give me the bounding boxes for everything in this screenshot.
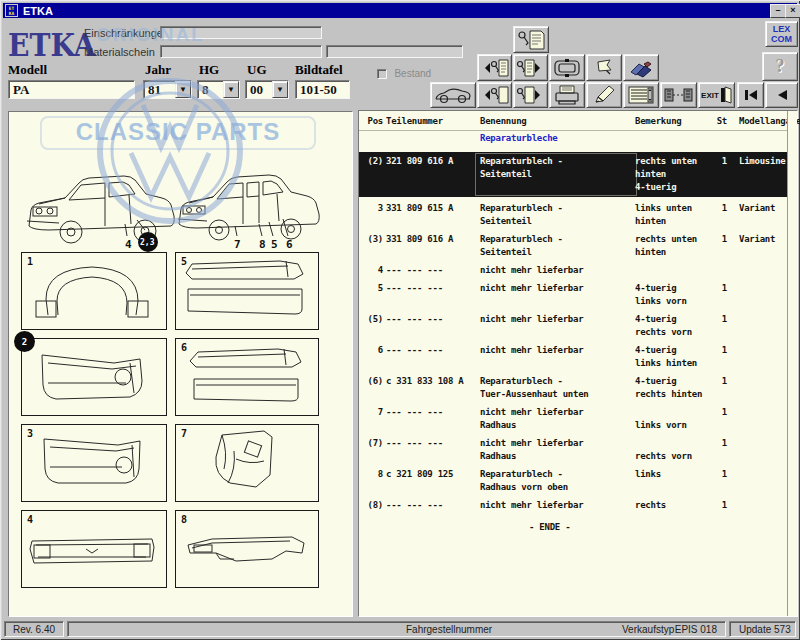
cell-ben: Reparaturblech - Seitenteil xyxy=(480,155,563,181)
cell-st: 1 xyxy=(711,233,727,246)
jahr-combobox[interactable]: 81 ▼ xyxy=(143,80,192,99)
car-drawing-left[interactable]: 4 2,3 xyxy=(19,164,184,254)
part-thumbnail-5[interactable]: 5 xyxy=(175,252,319,330)
table-row[interactable]: (7)--- --- ---nicht mehr lieferbar Radha… xyxy=(359,437,787,463)
einschraenkungen-label: Einschränkungen xyxy=(84,27,169,39)
end-marker-row: - ENDE - xyxy=(359,522,787,535)
cell-pos: (8) xyxy=(363,499,383,512)
category-row[interactable]: Reparaturbleche xyxy=(359,133,787,146)
next-illustration-button[interactable] xyxy=(513,82,548,108)
table-row[interactable]: (6)c 331 833 108 AReparaturblech - Tuer-… xyxy=(359,375,787,401)
part-thumbnail-1[interactable]: 1 xyxy=(21,252,167,330)
checkbox-icon xyxy=(377,69,387,79)
cell-tn: --- --- --- xyxy=(386,313,443,326)
car-marker-2-3[interactable]: 2,3 xyxy=(140,238,155,247)
help-button[interactable]: ? xyxy=(762,52,798,81)
table-row[interactable]: 8c 321 809 125Reparaturblech - Radhaus v… xyxy=(359,468,787,494)
catalog-books-button[interactable] xyxy=(623,54,659,81)
table-row[interactable]: (5)--- --- ---nicht mehr lieferbar4-tuer… xyxy=(359,313,787,339)
illustration-panel: 4 2,3 7 8 5 6 1 xyxy=(8,111,353,617)
statusbar-epis: EPIS 018 xyxy=(675,624,717,635)
cell-pos: 7 xyxy=(363,406,383,419)
part-thumbnail-2[interactable]: 2 xyxy=(21,338,167,416)
car-marker-5[interactable]: 5 xyxy=(271,238,278,251)
cell-pos: (6) xyxy=(363,375,383,388)
hg-dropdown-icon[interactable]: ▼ xyxy=(223,81,239,98)
ug-combobox[interactable]: 00 ▼ xyxy=(245,80,289,99)
col-pos: Pos xyxy=(363,116,383,126)
table-row[interactable]: (8)--- --- ---nicht mehr lieferbarrechts… xyxy=(359,499,787,512)
cell-ben: Reparaturblech - Seitenteil xyxy=(480,202,563,228)
ug-dropdown-icon[interactable]: ▼ xyxy=(272,81,288,98)
prev-illustration-list-button[interactable] xyxy=(477,54,512,81)
einschraenkungen-field[interactable] xyxy=(160,26,322,39)
car-marker-8[interactable]: 8 xyxy=(259,238,266,251)
ug-label: UG xyxy=(247,62,267,78)
next-illustration-list-button[interactable] xyxy=(513,54,548,81)
minimize-button[interactable]: – xyxy=(770,4,786,18)
close-button[interactable]: × xyxy=(785,4,800,18)
cell-tn: c 321 809 125 xyxy=(386,468,453,481)
cell-ben: nicht mehr lieferbar xyxy=(480,313,583,326)
table-scrollbar[interactable] xyxy=(787,111,797,616)
car-marker-4[interactable]: 4 xyxy=(125,238,132,251)
table-row[interactable]: 7--- --- ---nicht mehr lieferbar Radhaus… xyxy=(359,406,787,432)
car-marker-7[interactable]: 7 xyxy=(234,238,241,251)
illustration-document-button[interactable] xyxy=(513,26,549,53)
memory-transfer-button[interactable] xyxy=(660,82,697,108)
print-button[interactable] xyxy=(549,82,585,108)
table-row[interactable]: 6--- --- ---nicht mehr lieferbar4-tuerig… xyxy=(359,344,787,370)
title-bar[interactable]: ET KA ETKA – × xyxy=(3,3,797,18)
cell-bem: rechts unten hinten 4-tuerig xyxy=(635,155,697,194)
table-row[interactable]: 5--- --- ---nicht mehr lieferbar4-tuerig… xyxy=(359,282,787,308)
wheel-housing-drawing xyxy=(176,425,316,497)
first-record-button[interactable] xyxy=(737,82,764,108)
screen-frame-button[interactable] xyxy=(549,54,585,81)
previous-record-button[interactable] xyxy=(765,82,798,108)
selected-thumbnail-marker: 2 xyxy=(14,331,35,352)
flag-button[interactable] xyxy=(586,54,622,81)
cell-st: 1 xyxy=(711,313,727,326)
cell-ben: Reparaturblech - Seitenteil xyxy=(480,233,563,259)
modell-label: Modell xyxy=(8,62,47,78)
materialschein-field-2[interactable] xyxy=(326,45,463,58)
prev-illustration-button[interactable] xyxy=(477,82,512,108)
edit-pencil-button[interactable] xyxy=(586,82,622,108)
cell-tn: 321 809 616 A xyxy=(386,155,453,168)
part-thumbnail-4[interactable]: 4 xyxy=(21,510,167,588)
materialschein-field-1[interactable] xyxy=(160,45,322,58)
hg-combobox[interactable]: 8 ▼ xyxy=(197,80,240,99)
exit-button[interactable]: EXIT xyxy=(698,82,735,108)
cell-ben: nicht mehr lieferbar Radhaus xyxy=(480,437,583,463)
modell-input[interactable]: PA xyxy=(8,80,135,99)
app-icon[interactable]: ET KA xyxy=(5,4,18,17)
table-row[interactable]: (2)321 809 616 AReparaturblech - Seitent… xyxy=(359,152,787,197)
cell-st: 1 xyxy=(711,282,727,295)
bildtafel-input[interactable]: 101-50 xyxy=(295,80,350,99)
car-drawing-right[interactable]: 7 8 5 6 xyxy=(171,164,326,254)
table-row[interactable]: 4--- --- ---nicht mehr lieferbar xyxy=(359,264,787,277)
col-benennung: Benennung xyxy=(480,116,527,126)
cell-ben: nicht mehr lieferbar xyxy=(480,264,583,277)
cell-tn: --- --- --- xyxy=(386,282,443,295)
cell-tn: --- --- --- xyxy=(386,344,443,357)
part-thumbnail-8[interactable]: 8 xyxy=(175,510,319,588)
table-row[interactable]: (3)331 809 616 AReparaturblech - Seitent… xyxy=(359,233,787,259)
cell-tn: 331 809 616 A xyxy=(386,233,453,246)
part-thumbnail-6[interactable]: 6 xyxy=(175,338,319,416)
part-thumbnail-7[interactable]: 7 xyxy=(175,424,319,502)
cell-bem: links unten hinten xyxy=(635,202,692,228)
cell-st: 1 xyxy=(711,406,727,419)
cell-bem: 4-tuerig links vorn xyxy=(635,282,687,308)
car-marker-6[interactable]: 6 xyxy=(286,238,293,251)
jahr-dropdown-icon[interactable]: ▼ xyxy=(175,81,191,98)
cell-mod: Variant xyxy=(739,202,775,215)
cell-ben: nicht mehr lieferbar Radhaus xyxy=(480,406,583,432)
table-row[interactable]: 3331 809 615 AReparaturblech - Seitentei… xyxy=(359,202,787,228)
cell-ben: nicht mehr lieferbar xyxy=(480,344,583,357)
part-thumbnail-3[interactable]: 3 xyxy=(21,424,167,502)
hg-label: HG xyxy=(199,62,219,78)
parts-list-button[interactable] xyxy=(623,82,659,108)
cell-pos: 3 xyxy=(363,202,383,215)
vehicle-button[interactable] xyxy=(430,82,476,108)
